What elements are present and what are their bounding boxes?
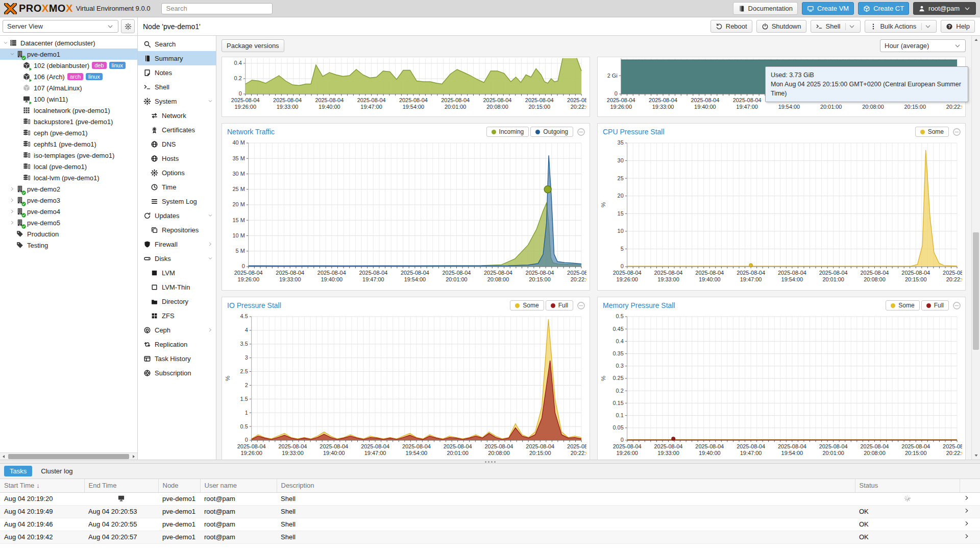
menu-item-shell[interactable]: Shell bbox=[138, 80, 216, 94]
tree-horizontal-scrollbar[interactable] bbox=[0, 452, 137, 460]
tab-cluster-log[interactable]: Cluster log bbox=[35, 466, 78, 476]
legend-outgoing[interactable]: Outgoing bbox=[530, 127, 573, 137]
tree-item-backupstore1-pve-demo1[interactable]: backupstore1 (pve-demo1) bbox=[0, 116, 137, 127]
collapse-icon[interactable] bbox=[2, 40, 9, 45]
collapse-chart-icon[interactable] bbox=[952, 128, 961, 136]
column-header-user-name[interactable]: User name bbox=[200, 479, 277, 492]
menu-item-certificates[interactable]: Certificates bbox=[138, 123, 216, 137]
tree-item-local-pve-demo1[interactable]: local (pve-demo1) bbox=[0, 161, 137, 172]
menu-item-repositories[interactable]: Repositories bbox=[138, 223, 216, 237]
tree-item-107-almalinux[interactable]: 107 (AlmaLinux) bbox=[0, 82, 137, 93]
menu-item-directory[interactable]: Directory bbox=[138, 294, 216, 308]
menu-item-options[interactable]: Options bbox=[138, 165, 216, 180]
help-button[interactable]: ?Help bbox=[941, 20, 975, 33]
menu-item-zfs[interactable]: ZFS bbox=[138, 308, 216, 323]
collapse-chart-icon[interactable] bbox=[577, 301, 585, 310]
legend-some[interactable]: Some bbox=[915, 127, 949, 137]
menu-item-firewall[interactable]: Firewall bbox=[138, 237, 216, 251]
tree-item-pve-demo2[interactable]: pve-demo2 bbox=[0, 183, 137, 195]
legend-full[interactable]: Full bbox=[921, 300, 949, 310]
menu-item-subscription[interactable]: Subscription bbox=[138, 366, 216, 380]
view-selector[interactable]: Server View bbox=[3, 20, 118, 33]
tree-item-pve-demo3[interactable]: pve-demo3 bbox=[0, 195, 137, 206]
panel-splitter[interactable] bbox=[0, 460, 980, 464]
tree-item-pve-demo4[interactable]: pve-demo4 bbox=[0, 206, 137, 217]
legend-some[interactable]: Some bbox=[510, 300, 544, 310]
tree-item-106-arch[interactable]: 106 (Arch)archlinux bbox=[0, 71, 137, 82]
scroll-down-icon[interactable] bbox=[972, 451, 980, 460]
tree-item-pve-demo1[interactable]: pve-demo1 bbox=[0, 49, 137, 60]
scrollbar-thumb[interactable] bbox=[973, 232, 979, 350]
column-header-description[interactable]: Description bbox=[277, 479, 855, 492]
menu-item-lvm-thin[interactable]: LVM-Thin bbox=[138, 280, 216, 294]
chevron-down-icon[interactable] bbox=[845, 23, 855, 30]
tree-item-ceph-pve-demo1[interactable]: ceph (pve-demo1) bbox=[0, 127, 137, 138]
reboot-button[interactable]: Reboot bbox=[710, 20, 752, 33]
menu-item-summary[interactable]: Summary bbox=[138, 51, 216, 65]
menu-item-lvm[interactable]: LVM bbox=[138, 266, 216, 280]
collapse-chart-icon[interactable] bbox=[952, 301, 961, 310]
tree-item-102-debianbuster[interactable]: 102 (debianbuster)deblinux bbox=[0, 60, 137, 71]
task-row[interactable]: Aug 04 20:19:42Aug 04 20:20:57pve-demo1r… bbox=[0, 531, 980, 543]
tree-item-testing[interactable]: Testing bbox=[0, 240, 137, 251]
scroll-up-icon[interactable] bbox=[972, 36, 980, 44]
column-header-start-time[interactable]: Start Time↓ bbox=[0, 479, 84, 492]
tree-item-100-win11[interactable]: 100 (win11) bbox=[0, 93, 137, 105]
expand-icon[interactable] bbox=[9, 198, 16, 203]
task-row-chevron[interactable] bbox=[960, 492, 980, 505]
tree-item-localnetwork-pve-demo1[interactable]: localnetwork (pve-demo1) bbox=[0, 105, 137, 116]
menu-item-time[interactable]: Time bbox=[138, 180, 216, 194]
menu-item-replication[interactable]: Replication bbox=[138, 337, 216, 351]
scroll-left-icon[interactable] bbox=[0, 453, 7, 460]
task-row-chevron[interactable] bbox=[960, 531, 980, 543]
column-header-node[interactable]: Node bbox=[158, 479, 200, 492]
user-menu-button[interactable]: root@pam bbox=[913, 2, 976, 15]
menu-item-task-history[interactable]: Task History bbox=[138, 351, 216, 366]
menu-item-ceph[interactable]: Ceph bbox=[138, 323, 216, 337]
menu-item-dns[interactable]: DNS bbox=[138, 137, 216, 151]
expand-icon[interactable] bbox=[9, 220, 16, 225]
scroll-right-icon[interactable] bbox=[130, 453, 137, 460]
menu-item-hosts[interactable]: Hosts bbox=[138, 151, 216, 165]
chevron-down-icon[interactable] bbox=[208, 213, 213, 218]
tree-settings-button[interactable] bbox=[121, 19, 135, 33]
menu-item-system-log[interactable]: System Log bbox=[138, 194, 216, 208]
tree-item-local-lvm-pve-demo1[interactable]: local-lvm (pve-demo1) bbox=[0, 172, 137, 183]
tree-item-cephfs1-pve-demo1[interactable]: cephfs1 (pve-demo1) bbox=[0, 138, 137, 150]
menu-item-disks[interactable]: Disks bbox=[138, 251, 216, 266]
shutdown-button[interactable]: Shutdown bbox=[756, 20, 806, 33]
shell-button[interactable]: Shell bbox=[811, 20, 861, 33]
tree-item-iso-templages-pve-demo1[interactable]: iso-templages (pve-demo1) bbox=[0, 150, 137, 161]
package-versions-button[interactable]: Package versions bbox=[222, 39, 284, 52]
create-ct-button[interactable]: Create CT bbox=[858, 2, 909, 15]
collapse-icon[interactable] bbox=[9, 52, 16, 57]
collapse-chart-icon[interactable] bbox=[577, 128, 585, 136]
menu-item-updates[interactable]: Updates bbox=[138, 208, 216, 223]
menu-item-notes[interactable]: Notes bbox=[138, 65, 216, 80]
bulk-actions-button[interactable]: Bulk Actions bbox=[865, 20, 937, 33]
task-row[interactable]: Aug 04 20:19:20pve-demo1root@pamShell bbox=[0, 492, 980, 505]
documentation-button[interactable]: Documentation bbox=[733, 2, 798, 15]
tab-tasks[interactable]: Tasks bbox=[4, 466, 32, 476]
menu-item-system[interactable]: System bbox=[138, 94, 216, 108]
create-vm-button[interactable]: Create VM bbox=[802, 2, 854, 15]
legend-full[interactable]: Full bbox=[546, 300, 573, 310]
legend-some[interactable]: Some bbox=[886, 300, 919, 310]
legend-incoming[interactable]: Incoming bbox=[486, 127, 529, 137]
expand-icon[interactable] bbox=[9, 209, 16, 214]
time-range-select[interactable]: Hour (average) bbox=[880, 39, 966, 52]
chevron-right-icon[interactable] bbox=[208, 327, 213, 332]
chevron-down-icon[interactable] bbox=[208, 99, 213, 104]
task-row-chevron[interactable] bbox=[960, 505, 980, 518]
scrollbar-thumb[interactable] bbox=[8, 454, 129, 459]
task-row-chevron[interactable] bbox=[960, 518, 980, 531]
tree-item-datacenter-democluster[interactable]: Datacenter (democluster) bbox=[0, 37, 137, 49]
task-row[interactable]: Aug 04 20:19:46Aug 04 20:20:55pve-demo1r… bbox=[0, 518, 980, 531]
chevron-down-icon[interactable] bbox=[208, 256, 213, 261]
menu-item-network[interactable]: Network bbox=[138, 108, 216, 123]
menu-item-search[interactable]: Search bbox=[138, 37, 216, 51]
global-search-input[interactable] bbox=[161, 3, 273, 14]
tree-item-production[interactable]: Production bbox=[0, 228, 137, 240]
chevron-right-icon[interactable] bbox=[208, 242, 213, 247]
task-row[interactable]: Aug 04 20:19:49Aug 04 20:20:53pve-demo1r… bbox=[0, 505, 980, 518]
